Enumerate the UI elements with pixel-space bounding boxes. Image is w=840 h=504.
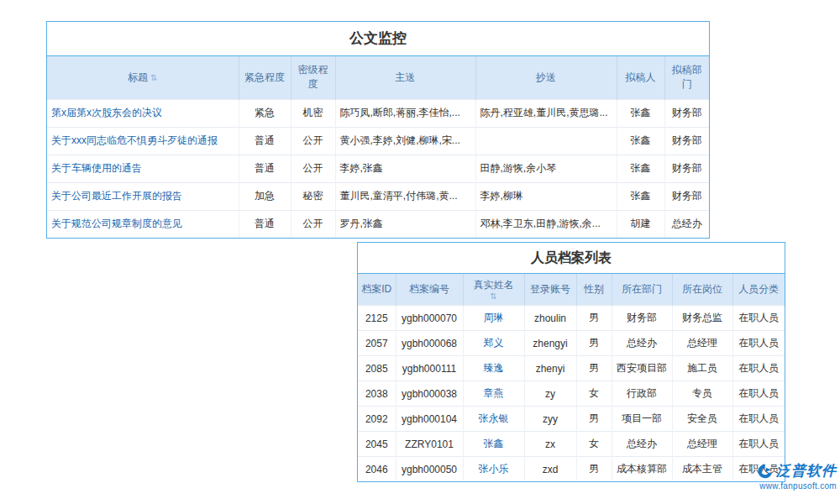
doc-title-link[interactable]: 第x届第x次股东会的决议 [47, 99, 239, 127]
per-col-post: 所在岗位 [672, 274, 732, 306]
per-cell-account: zy [524, 381, 576, 407]
per-cell-category: 在职人员 [732, 356, 785, 381]
doc-monitor-title: 公文监控 [47, 22, 709, 56]
doc-monitor-table: 标题⇅ 紧急程度 密级程度 主送 抄送 拟稿人 拟稿部门 第x届第x次股东会的决… [47, 56, 709, 238]
per-cell-id: 2038 [358, 381, 396, 407]
per-cell-post: 总经理 [672, 432, 732, 457]
per-cell-gender: 男 [576, 356, 612, 381]
fanpu-logo-text: 泛普软件 [776, 461, 837, 480]
doc-col-urgency: 紧急程度 [239, 56, 291, 99]
per-cell-account: zyy [524, 407, 576, 432]
per-col-gender: 性别 [576, 274, 612, 306]
doc-header-row: 标题⇅ 紧急程度 密级程度 主送 抄送 拟稿人 拟稿部门 [47, 56, 709, 99]
per-cell-number: ygbh000050 [396, 457, 463, 482]
doc-cell-mainsend: 董川民,童清平,付伟璐,黄... [335, 182, 475, 210]
per-realname-link[interactable]: 张小乐 [463, 457, 524, 482]
doc-cell-drafter: 张鑫 [617, 182, 664, 210]
doc-col-secrecy: 密级程度 [291, 56, 335, 99]
doc-title-link[interactable]: 关于公司最近工作开展的报告 [47, 182, 239, 210]
doc-cell-urgency: 普通 [239, 127, 291, 155]
doc-cell-drafter: 张鑫 [617, 99, 664, 127]
doc-cell-mainsend: 黄小强,李婷,刘健,柳琳,宋... [335, 127, 475, 155]
doc-cell-drafter: 胡建 [617, 210, 664, 238]
per-cell-gender: 男 [576, 457, 612, 482]
per-cell-id: 2046 [358, 457, 396, 482]
per-cell-post: 财务总监 [672, 306, 732, 331]
doc-col-title[interactable]: 标题⇅ [47, 56, 239, 99]
per-cell-number: ygbh000104 [396, 407, 463, 432]
per-cell-id: 2057 [358, 331, 396, 356]
doc-cell-cc: 邓林,李卫东,田静,游恢,余... [475, 210, 617, 238]
per-realname-link[interactable]: 郑义 [463, 331, 524, 356]
doc-cell-dept: 财务部 [664, 99, 709, 127]
doc-cell-dept: 财务部 [664, 155, 709, 182]
per-cell-number: ygbh000070 [396, 306, 463, 331]
doc-cell-mainsend: 罗丹,张鑫 [335, 210, 475, 238]
table-row: 关于公司最近工作开展的报告 加急 秘密 董川民,童清平,付伟璐,黄... 李婷,… [47, 182, 709, 210]
per-cell-account: zxd [524, 457, 576, 482]
doc-cell-dept: 总经办 [664, 210, 709, 238]
personnel-archive-title: 人员档案列表 [358, 243, 785, 274]
per-cell-dept: 财务部 [612, 306, 672, 331]
doc-cell-cc [475, 127, 617, 155]
doc-cell-mainsend: 李婷,张鑫 [335, 155, 475, 182]
per-cell-number: ygbh000111 [396, 356, 463, 381]
doc-cell-secrecy: 公开 [291, 127, 335, 155]
doc-col-mainsend: 主送 [335, 56, 475, 99]
per-cell-dept: 总经办 [612, 331, 672, 356]
per-cell-post: 安全员 [672, 407, 732, 432]
per-cell-id: 2085 [358, 356, 396, 381]
sort-icon[interactable]: ⇅ [150, 73, 157, 82]
per-cell-gender: 女 [576, 381, 612, 407]
per-cell-account: zhengyi [524, 331, 576, 356]
per-realname-link[interactable]: 章燕 [463, 381, 524, 407]
per-realname-link[interactable]: 张永银 [463, 407, 524, 432]
per-col-realname-label: 真实姓名 [474, 279, 514, 291]
per-cell-id: 2092 [358, 407, 396, 432]
per-cell-category: 在职人员 [732, 432, 785, 457]
per-cell-post: 施工员 [672, 356, 732, 381]
doc-cell-secrecy: 机密 [291, 99, 335, 127]
table-row: 2046 ygbh000050 张小乐 zxd 男 成本核算部 成本主管 在职人… [358, 457, 785, 482]
per-cell-account: zx [524, 432, 576, 457]
table-row: 关于车辆使用的通告 普通 公开 李婷,张鑫 田静,游恢,余小琴 张鑫 财务部 [47, 155, 709, 182]
doc-cell-cc: 田静,游恢,余小琴 [475, 155, 617, 182]
per-cell-dept: 项目一部 [612, 407, 672, 432]
sort-icon[interactable]: ⇅ [465, 292, 522, 301]
doc-col-dept: 拟稿部门 [664, 56, 709, 99]
per-cell-category: 在职人员 [732, 381, 785, 407]
per-cell-post: 专员 [672, 381, 732, 407]
per-cell-dept: 成本核算部 [612, 457, 672, 482]
table-row: 关于xxx同志临危不惧勇斗歹徒的通报 普通 公开 黄小强,李婷,刘健,柳琳,宋.… [47, 127, 709, 155]
per-cell-number: ygbh000068 [396, 331, 463, 356]
per-realname-link[interactable]: 张鑫 [463, 432, 524, 457]
table-row: 2092 ygbh000104 张永银 zyy 男 项目一部 安全员 在职人员 [358, 407, 785, 432]
per-realname-link[interactable]: 周琳 [463, 306, 524, 331]
doc-title-link[interactable]: 关于xxx同志临危不惧勇斗歹徒的通报 [47, 127, 239, 155]
per-cell-post: 总经理 [672, 331, 732, 356]
per-realname-link[interactable]: 臻逸 [463, 356, 524, 381]
table-row: 2085 ygbh000111 臻逸 zhenyi 男 西安项目部 施工员 在职… [358, 356, 785, 381]
doc-cell-secrecy: 公开 [291, 210, 335, 238]
doc-cell-drafter: 张鑫 [617, 155, 664, 182]
table-row: 2038 ygbh000038 章燕 zy 女 行政部 专员 在职人员 [358, 381, 785, 407]
table-row: 第x届第x次股东会的决议 紧急 机密 陈巧凤,断郎,蒋丽,李佳怡,... 陈丹,… [47, 99, 709, 127]
doc-cell-drafter: 张鑫 [617, 127, 664, 155]
per-cell-id: 2125 [358, 306, 396, 331]
doc-cell-cc: 李婷,柳琳 [475, 182, 617, 210]
doc-col-title-label: 标题 [128, 71, 148, 83]
per-col-dept: 所在部门 [612, 274, 672, 306]
doc-title-link[interactable]: 关于车辆使用的通告 [47, 155, 239, 182]
per-cell-account: zhenyi [524, 356, 576, 381]
table-row: 2125 ygbh000070 周琳 zhoulin 男 财务部 财务总监 在职… [358, 306, 785, 331]
doc-title-link[interactable]: 关于规范公司规章制度的意见 [47, 210, 239, 238]
doc-cell-secrecy: 公开 [291, 155, 335, 182]
personnel-archive-panel: 人员档案列表 档案ID 档案编号 真实姓名⇅ 登录账号 性别 所在部门 所在岗位… [357, 242, 785, 482]
per-cell-gender: 男 [576, 306, 612, 331]
per-cell-dept: 西安项目部 [612, 356, 672, 381]
doc-cell-urgency: 紧急 [239, 99, 291, 127]
per-cell-gender: 女 [576, 432, 612, 457]
doc-cell-urgency: 普通 [239, 210, 291, 238]
per-col-realname[interactable]: 真实姓名⇅ [463, 274, 524, 306]
personnel-header-row: 档案ID 档案编号 真实姓名⇅ 登录账号 性别 所在部门 所在岗位 人员分类 [358, 274, 785, 306]
